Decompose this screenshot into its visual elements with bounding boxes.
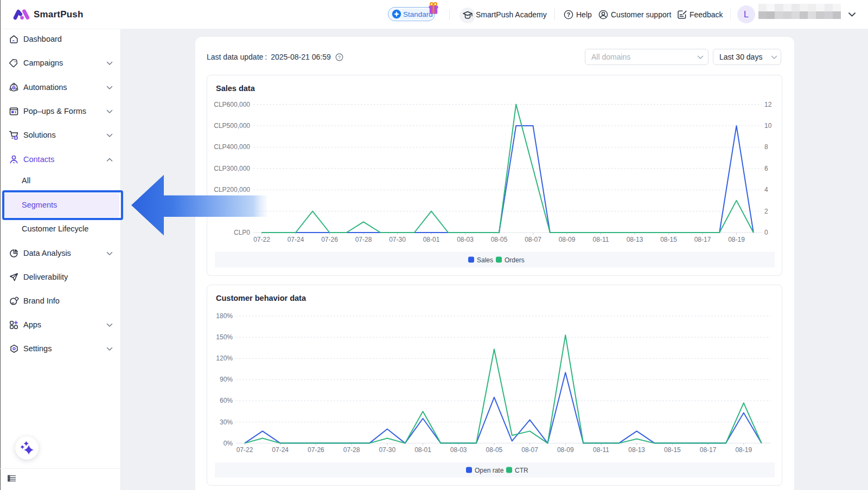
svg-text:150%: 150% [216, 333, 233, 341]
svg-text:08-01: 08-01 [423, 236, 440, 243]
svg-text:08-11: 08-11 [593, 446, 609, 454]
svg-text:Sales: Sales [477, 256, 493, 264]
svg-text:180%: 180% [216, 312, 233, 320]
svg-text:CLP600,000: CLP600,000 [214, 101, 250, 108]
svg-text:08-19: 08-19 [735, 446, 752, 454]
svg-text:08-01: 08-01 [414, 446, 431, 454]
svg-text:08-03: 08-03 [457, 236, 474, 243]
svg-text:CLP500,000: CLP500,000 [214, 122, 250, 130]
svg-text:8: 8 [764, 143, 768, 151]
svg-text:60%: 60% [220, 397, 233, 404]
svg-text:08-03: 08-03 [450, 446, 467, 454]
svg-text:07-24: 07-24 [272, 446, 289, 454]
svg-text:12: 12 [764, 101, 772, 108]
svg-text:6: 6 [764, 165, 768, 172]
svg-text:?: ? [567, 11, 570, 18]
svg-text:08-07: 08-07 [525, 236, 541, 243]
svg-text:08-13: 08-13 [627, 236, 643, 243]
svg-text:CTR: CTR [515, 467, 528, 474]
svg-text:08-09: 08-09 [559, 236, 576, 243]
svg-text:30%: 30% [220, 418, 233, 426]
svg-text:2: 2 [764, 208, 768, 215]
svg-text:07-28: 07-28 [355, 236, 372, 243]
svg-text:08-05: 08-05 [491, 236, 508, 243]
svg-text:08-17: 08-17 [700, 446, 717, 454]
svg-text:08-17: 08-17 [694, 236, 711, 243]
svg-text:07-24: 07-24 [288, 236, 304, 243]
svg-text:08-09: 08-09 [557, 446, 574, 454]
svg-text:07-30: 07-30 [389, 236, 406, 243]
svg-text:0: 0 [764, 229, 768, 236]
svg-text:0%: 0% [224, 440, 233, 447]
svg-text:07-22: 07-22 [237, 446, 253, 454]
svg-text:120%: 120% [216, 354, 233, 362]
svg-text:07-30: 07-30 [379, 446, 395, 454]
svg-text:08-11: 08-11 [593, 236, 609, 243]
svg-text:08-13: 08-13 [628, 446, 645, 454]
svg-text:08-07: 08-07 [521, 446, 538, 454]
svg-text:07-28: 07-28 [343, 446, 360, 454]
svg-text:4: 4 [764, 186, 768, 194]
svg-text:10: 10 [764, 122, 772, 130]
svg-text:08-19: 08-19 [728, 236, 745, 243]
svg-text:90%: 90% [220, 376, 233, 383]
svg-text:07-26: 07-26 [321, 236, 338, 243]
svg-text:07-26: 07-26 [308, 446, 324, 454]
svg-text:CLP400,000: CLP400,000 [214, 143, 250, 151]
svg-text:Open rate: Open rate [475, 467, 504, 474]
svg-text:?: ? [338, 54, 341, 60]
svg-text:08-15: 08-15 [664, 446, 681, 454]
svg-text:08-05: 08-05 [486, 446, 503, 454]
svg-text:Orders: Orders [505, 256, 525, 264]
svg-text:08-15: 08-15 [660, 236, 677, 243]
